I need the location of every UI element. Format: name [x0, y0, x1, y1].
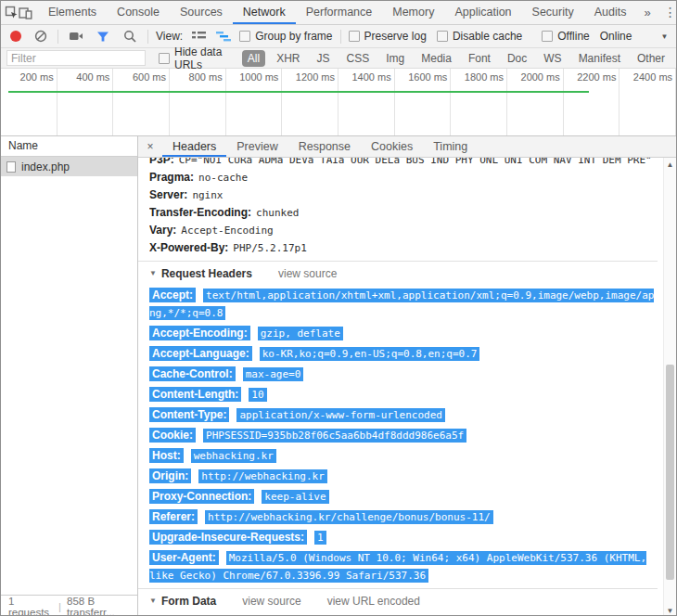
- resource-type-filter[interactable]: Other: [632, 50, 671, 67]
- timeline-tick-label: 800 ms: [189, 71, 223, 83]
- header-value: PHP/5.2.17p1: [233, 242, 306, 254]
- scrollbar-thumb[interactable]: [666, 365, 674, 581]
- header-value: 1: [314, 531, 326, 545]
- clear-button[interactable]: [32, 30, 50, 43]
- detail-scrollbar[interactable]: ▲ ▼: [663, 158, 676, 616]
- request-detail-panel: × Headers Preview Response Cookies Timin…: [138, 136, 676, 616]
- resource-type-filter[interactable]: Doc: [502, 50, 532, 67]
- request-headers-title[interactable]: Request Headers: [161, 263, 252, 284]
- detail-tab[interactable]: Headers: [162, 136, 226, 157]
- timeline-tick: 200 ms: [1, 69, 57, 135]
- disable-cache-checkbox[interactable]: Disable cache: [437, 30, 522, 43]
- request-header-row: Accept-Encoding:gzip, deflate: [149, 325, 658, 342]
- throttling-select[interactable]: Online ▼: [600, 30, 669, 43]
- request-header-row: Origin:http://webhacking.kr: [149, 468, 658, 485]
- detail-tab[interactable]: Response: [288, 136, 361, 157]
- more-tabs-chevron-icon[interactable]: »: [636, 1, 658, 24]
- capture-screenshots-button[interactable]: [66, 31, 86, 42]
- detail-tab-bar: × Headers Preview Response Cookies Timin…: [138, 136, 676, 158]
- timeline-tick-label: 1800 ms: [465, 71, 504, 83]
- timeline-tick: 1000 ms: [226, 69, 283, 135]
- header-value: gzip, deflate: [258, 327, 343, 340]
- resource-type-filter[interactable]: JS: [312, 50, 336, 67]
- resource-type-filter[interactable]: Img: [380, 50, 410, 67]
- resource-type-filter[interactable]: WS: [538, 50, 567, 67]
- header-value: PHPSESSID=935bb28f06c5aa6bb4df8ddd986e6a…: [203, 429, 466, 443]
- section-divider: [138, 261, 658, 262]
- toggle-device-toolbar-button[interactable]: [19, 1, 32, 24]
- close-detail-icon[interactable]: ×: [138, 136, 162, 157]
- view-url-encoded-link[interactable]: view URL encoded: [327, 591, 420, 611]
- timeline-tick: 1600 ms: [395, 69, 452, 135]
- timeline-tick: 1400 ms: [338, 69, 395, 135]
- response-header-row: Vary:Accept-Encoding: [149, 222, 658, 239]
- inspect-element-button[interactable]: [5, 1, 19, 24]
- header-value: nginx: [192, 189, 223, 201]
- transferred-size: 858 B transferr...: [67, 596, 137, 616]
- resource-type-filter[interactable]: All: [242, 50, 265, 67]
- resource-type-filter[interactable]: Media: [415, 50, 457, 67]
- record-network-log-button[interactable]: [6, 31, 25, 42]
- request-header-row: Accept-Language:ko-KR,ko;q=0.9,en-US;q=0…: [149, 345, 658, 363]
- show-overview-button[interactable]: [214, 31, 233, 42]
- main-panel-tab[interactable]: Sources: [170, 1, 233, 24]
- request-headers-section-header: ▼ Request Headers view source: [149, 263, 658, 284]
- section-divider: [138, 588, 658, 589]
- record-icon: [10, 31, 21, 42]
- scrollbar-up-icon[interactable]: ▲: [664, 158, 676, 171]
- request-header-row: Upgrade-Insecure-Requests:1: [149, 529, 658, 546]
- resource-type-filter[interactable]: Manifest: [573, 50, 626, 67]
- response-header-row: Server:nginx: [149, 186, 658, 204]
- preserve-log-checkbox[interactable]: Preserve log: [349, 30, 427, 43]
- header-name: Transfer-Encoding:: [149, 206, 251, 219]
- hide-data-urls-checkbox[interactable]: Hide data URLs: [159, 45, 236, 71]
- resource-type-filter[interactable]: CSS: [341, 50, 376, 67]
- main-panel-tab[interactable]: Audits: [584, 1, 637, 24]
- form-data-section-header: ▼ Form Data view source view URL encoded: [149, 591, 658, 611]
- kebab-menu-icon[interactable]: ⋮: [664, 1, 677, 24]
- timeline-tick: 2400 ms: [620, 69, 676, 135]
- request-header-row: Content-Length:10: [149, 386, 658, 404]
- header-name: Vary:: [149, 224, 176, 237]
- search-button[interactable]: [120, 30, 140, 43]
- header-name: Host:: [149, 448, 184, 463]
- hide-data-urls-label: Hide data URLs: [174, 45, 236, 71]
- header-value: keep-alive: [262, 490, 328, 504]
- main-panel-tab[interactable]: Elements: [38, 1, 107, 24]
- view-source-link[interactable]: view source: [242, 591, 300, 611]
- main-panel-tab[interactable]: Application: [444, 1, 521, 24]
- main-panel-tab[interactable]: Security: [522, 1, 584, 24]
- detail-tab[interactable]: Cookies: [361, 136, 423, 157]
- network-overview-timeline[interactable]: 200 ms 400 ms 600 ms 800 ms 1000 ms 1200…: [1, 69, 676, 136]
- timeline-tick-label: 600 ms: [133, 71, 166, 83]
- main-panel-tab[interactable]: Network: [233, 1, 296, 24]
- group-by-frame-checkbox[interactable]: Group by frame: [239, 30, 332, 43]
- request-row[interactable]: index.php: [1, 157, 137, 176]
- disclosure-triangle-icon[interactable]: ▼: [149, 591, 157, 611]
- main-panel-tab[interactable]: Performance: [296, 1, 383, 24]
- request-header-row: Accept:text/html,application/xhtml+xml,a…: [149, 287, 658, 322]
- detail-tab[interactable]: Preview: [226, 136, 287, 157]
- header-name: X-Powered-By:: [149, 241, 228, 254]
- offline-checkbox[interactable]: Offline: [542, 30, 589, 43]
- main-panel-tab[interactable]: Memory: [382, 1, 444, 24]
- filter-button[interactable]: [93, 31, 113, 43]
- main-panel-tab[interactable]: Console: [107, 1, 170, 24]
- timeline-tick-label: 200 ms: [20, 71, 54, 83]
- detail-tab[interactable]: Timing: [423, 136, 478, 157]
- header-name: Pragma:: [149, 171, 194, 184]
- timeline-tick: 1200 ms: [282, 69, 338, 135]
- search-icon: [123, 30, 136, 43]
- form-data-title[interactable]: Form Data: [161, 591, 216, 611]
- name-column-header[interactable]: Name: [1, 136, 137, 157]
- view-source-link[interactable]: view source: [278, 263, 337, 284]
- view-waterfall-icon: [216, 31, 231, 42]
- use-large-rows-button[interactable]: [189, 31, 208, 42]
- scrollbar-down-icon[interactable]: ▼: [664, 604, 676, 616]
- resource-type-filter[interactable]: Font: [463, 50, 496, 67]
- header-value: Accept-Encoding: [181, 225, 273, 237]
- filter-input[interactable]: [6, 50, 146, 66]
- resource-type-filter[interactable]: XHR: [271, 50, 305, 67]
- camera-icon: [69, 31, 83, 42]
- disclosure-triangle-icon[interactable]: ▼: [149, 263, 157, 284]
